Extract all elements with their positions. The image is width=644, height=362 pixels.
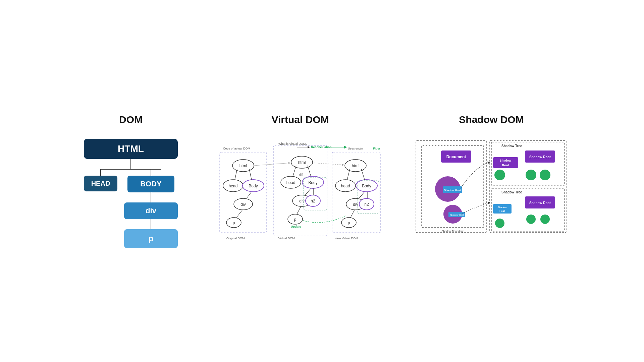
svg-line-61 [359, 192, 365, 198]
svg-line-27 [247, 192, 252, 198]
svg-text:Body: Body [362, 184, 371, 188]
dom-h-line [101, 169, 161, 170]
svg-text:Shadow: Shadow [500, 159, 512, 162]
svg-line-66 [314, 163, 344, 165]
svg-text:html: html [298, 160, 306, 165]
dom-body-connector [151, 169, 151, 176]
svg-text:new Virtual DOM: new Virtual DOM [335, 237, 358, 240]
dom-head-branch: HEAD [84, 169, 117, 191]
dom-connector-div-p [151, 219, 151, 229]
svg-line-60 [361, 169, 365, 180]
svg-point-84 [526, 170, 536, 180]
dom-p-node: p [124, 229, 178, 248]
svg-text:p: p [294, 217, 297, 222]
svg-text:What is Virtual DOM?: What is Virtual DOM? [278, 142, 307, 145]
svg-point-95 [540, 215, 550, 224]
svg-text:Uses engin: Uses engin [348, 147, 363, 150]
shadow-section: Shadow DOM Document Tree (DOM Tree) Docu… [411, 114, 572, 236]
svg-text:div: div [240, 202, 246, 207]
svg-text:Fiber: Fiber [373, 147, 381, 150]
svg-line-42 [308, 166, 311, 176]
dom-connector-body-div [151, 192, 151, 202]
svg-text:Copy of actual DOM: Copy of actual DOM [223, 147, 250, 150]
svg-text:p: p [348, 221, 350, 225]
svg-text:head: head [229, 184, 238, 188]
main-container: DOM HTML HEAD BODY div [0, 94, 644, 268]
svg-point-89 [494, 170, 505, 180]
svg-line-65 [254, 163, 290, 166]
dom-body-branch: BODY div p [124, 169, 178, 248]
dom-body-node: BODY [127, 176, 174, 192]
svg-text:Shadow Host: Shadow Host [444, 189, 461, 192]
svg-text:Shadow Tree: Shadow Tree [501, 190, 522, 194]
svg-line-43 [305, 188, 311, 195]
dom-connector-html [130, 159, 131, 169]
svg-text:Original DOM: Original DOM [226, 237, 245, 240]
svg-point-85 [540, 170, 550, 180]
svg-line-41 [293, 166, 296, 176]
svg-point-99 [495, 219, 504, 228]
svg-text:h2: h2 [311, 199, 315, 203]
svg-line-25 [235, 169, 237, 180]
svg-text:html: html [239, 164, 247, 168]
svg-text:Host: Host [499, 210, 505, 212]
shadow-title: Shadow DOM [459, 114, 524, 125]
svg-line-28 [236, 210, 243, 218]
shadow-diagram: Document Tree (DOM Tree) Document Shadow… [414, 139, 569, 236]
svg-text:Shadow Root: Shadow Root [529, 201, 551, 205]
svg-line-26 [249, 169, 252, 180]
dom-title: DOM [119, 114, 143, 125]
svg-text:head: head [286, 180, 296, 185]
svg-text:Update: Update [291, 225, 301, 228]
svg-text:Shadow: Shadow [498, 206, 507, 208]
svg-line-45 [297, 206, 301, 214]
svg-text:diff: diff [299, 173, 303, 176]
svg-text:Document: Document [446, 155, 466, 159]
dom-section: DOM HTML HEAD BODY div [72, 114, 190, 248]
svg-line-59 [347, 169, 350, 180]
svg-point-94 [526, 215, 536, 224]
dom-div-node: div [124, 202, 178, 219]
svg-text:Body: Body [249, 184, 258, 188]
svg-text:Body: Body [308, 180, 317, 185]
svg-text:p: p [233, 221, 235, 225]
svg-line-63 [351, 210, 355, 218]
vdom-title: Virtual DOM [271, 114, 329, 125]
svg-text:Shadow Tree: Shadow Tree [501, 144, 522, 148]
dom-html-node: HTML [84, 139, 178, 159]
svg-text:Shadow Root: Shadow Root [529, 155, 551, 159]
svg-text:Shadow Boundary: Shadow Boundary [441, 230, 463, 233]
svg-text:Root: Root [502, 164, 509, 167]
vdom-section: Virtual DOM Copy of actual DOM What is V… [216, 114, 384, 246]
svg-text:html: html [352, 164, 360, 168]
svg-text:Shadow Host: Shadow Host [450, 214, 464, 216]
svg-text:head: head [341, 184, 350, 188]
svg-text:Virtual DOM: Virtual DOM [278, 237, 295, 240]
dom-head-connector [100, 169, 101, 176]
vdom-diagram: Copy of actual DOM What is Virtual DOM? … [216, 139, 384, 246]
svg-text:h2: h2 [364, 202, 369, 207]
dom-tree: HTML HEAD BODY div p [84, 139, 178, 248]
dom-head-node: HEAD [84, 176, 117, 191]
